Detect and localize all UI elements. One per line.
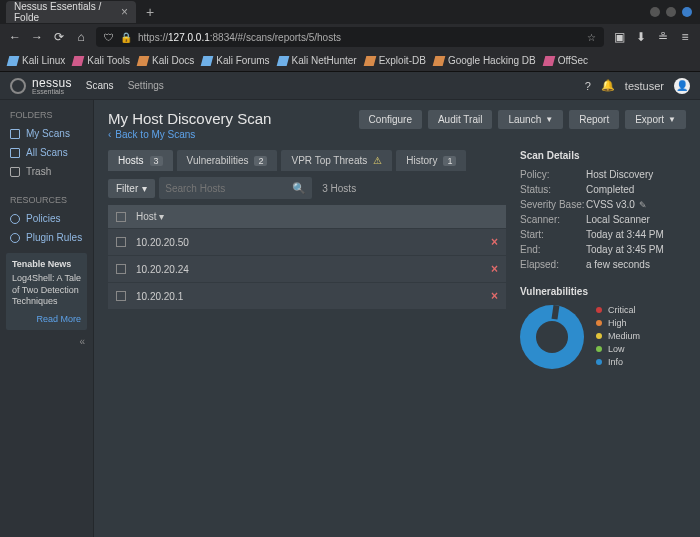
lock-icon: 🔒 (120, 32, 132, 43)
badge: 2 (254, 156, 267, 166)
row-checkbox[interactable] (116, 237, 126, 247)
legend-swatch (596, 359, 602, 365)
new-tab-icon[interactable]: + (146, 4, 154, 20)
news-read-more[interactable]: Read More (12, 314, 81, 324)
bookmark-item[interactable]: Kali Linux (8, 55, 65, 66)
bookmark-item[interactable]: Google Hacking DB (434, 55, 536, 66)
bookmark-icon (276, 56, 289, 66)
star-icon[interactable]: ☆ (587, 32, 596, 43)
tab-hosts[interactable]: Hosts3 (108, 150, 173, 171)
folder-icon (10, 129, 20, 139)
bell-icon[interactable]: 🔔 (601, 79, 615, 92)
search-box[interactable]: 🔍 (159, 177, 312, 199)
page-title: My Host Discovery Scan (108, 110, 271, 127)
row-checkbox[interactable] (116, 291, 126, 301)
audit-trail-button[interactable]: Audit Trail (428, 110, 492, 129)
sidebar-item-trash[interactable]: Trash (0, 162, 93, 181)
bookmark-item[interactable]: Kali Docs (138, 55, 194, 66)
avatar-icon[interactable]: 👤 (674, 78, 690, 94)
bookmark-item[interactable]: OffSec (544, 55, 588, 66)
bookmark-item[interactable]: Kali Tools (73, 55, 130, 66)
folder-icon (10, 148, 20, 158)
tab-title: Nessus Essentials / Folde (14, 1, 115, 23)
maximize-icon[interactable] (666, 7, 676, 17)
search-icon[interactable]: 🔍 (292, 182, 306, 195)
sidebar-collapse[interactable]: « (0, 336, 93, 351)
table-row[interactable]: 10.20.20.50× (108, 229, 506, 256)
back-link[interactable]: ‹Back to My Scans (108, 129, 271, 140)
bookmark-icon (7, 56, 20, 66)
edit-icon[interactable]: ✎ (639, 200, 647, 210)
chevron-left-icon: ‹ (108, 129, 111, 140)
plugin-icon (10, 233, 20, 243)
chevron-down-icon: ▼ (668, 115, 676, 124)
close-window-icon[interactable] (682, 7, 692, 17)
sidebar-item-plugin-rules[interactable]: Plugin Rules (0, 228, 93, 247)
scan-details-heading: Scan Details (520, 150, 686, 161)
help-icon[interactable]: ? (585, 80, 591, 92)
url-text: https://127.0.0.1:8834/#/scans/reports/5… (138, 32, 581, 43)
hosts-table: Host ▾ 10.20.20.50×10.20.20.24×10.20.20.… (108, 205, 506, 310)
bookmark-icon (72, 56, 85, 66)
home-icon[interactable]: ⌂ (74, 30, 88, 44)
user-name[interactable]: testuser (625, 80, 664, 92)
delete-icon[interactable]: × (491, 235, 498, 249)
sidebar-heading-resources: RESOURCES (0, 191, 93, 209)
report-button[interactable]: Report (569, 110, 619, 129)
table-row[interactable]: 10.20.20.24× (108, 256, 506, 283)
downloads-icon[interactable]: ⬇ (634, 30, 648, 44)
sidebar-heading-folders: FOLDERS (0, 106, 93, 124)
tab-vpr-top-threats[interactable]: VPR Top Threats⚠ (281, 150, 392, 171)
bookmark-item[interactable]: Kali Forums (202, 55, 269, 66)
bookmarks-bar: Kali LinuxKali ToolsKali DocsKali Forums… (0, 50, 700, 72)
close-icon[interactable]: × (121, 5, 128, 19)
menu-icon[interactable]: ≡ (678, 30, 692, 44)
reload-icon[interactable]: ⟳ (52, 30, 66, 44)
table-header: Host ▾ (108, 205, 506, 229)
browser-tab[interactable]: Nessus Essentials / Folde × (6, 1, 136, 23)
legend-item: Low (596, 344, 640, 354)
configure-button[interactable]: Configure (359, 110, 422, 129)
legend-item: Medium (596, 331, 640, 341)
search-input[interactable] (165, 183, 292, 194)
shield-icon: 🛡 (104, 32, 114, 43)
bookmark-icon (137, 56, 150, 66)
nav-settings[interactable]: Settings (128, 80, 164, 91)
forward-icon[interactable]: → (30, 30, 44, 44)
export-button[interactable]: Export▼ (625, 110, 686, 129)
legend-item: Critical (596, 305, 640, 315)
bookmark-item[interactable]: Kali NetHunter (278, 55, 357, 66)
launch-button[interactable]: Launch▼ (498, 110, 563, 129)
tab-history[interactable]: History1 (396, 150, 466, 171)
select-all-checkbox[interactable] (116, 212, 126, 222)
back-icon[interactable]: ← (8, 30, 22, 44)
brand-logo[interactable]: nessus Essentials (10, 77, 72, 95)
column-host[interactable]: Host ▾ (136, 211, 498, 222)
delete-icon[interactable]: × (491, 262, 498, 276)
filter-button[interactable]: Filter▾ (108, 179, 155, 198)
app-header: nessus Essentials Scans Settings ? 🔔 tes… (0, 72, 700, 100)
account-icon[interactable]: ≗ (656, 30, 670, 44)
bookmark-icon (201, 56, 214, 66)
sidebar-item-all-scans[interactable]: All Scans (0, 143, 93, 162)
row-checkbox[interactable] (116, 264, 126, 274)
tab-vulnerabilities[interactable]: Vulnerabilities2 (177, 150, 278, 171)
legend-swatch (596, 320, 602, 326)
sidebar-item-my-scans[interactable]: My Scans (0, 124, 93, 143)
warning-icon: ⚠ (373, 155, 382, 166)
host-value: 10.20.20.24 (136, 264, 491, 275)
nav-scans[interactable]: Scans (86, 80, 114, 91)
sidebar-item-policies[interactable]: Policies (0, 209, 93, 228)
table-row[interactable]: 10.20.20.1× (108, 283, 506, 310)
main-content: My Host Discovery Scan ‹Back to My Scans… (94, 100, 700, 537)
address-bar[interactable]: 🛡 🔒 https://127.0.0.1:8834/#/scans/repor… (96, 27, 604, 47)
legend-swatch (596, 307, 602, 313)
extensions-icon[interactable]: ▣ (612, 30, 626, 44)
bookmark-item[interactable]: Exploit-DB (365, 55, 426, 66)
delete-icon[interactable]: × (491, 289, 498, 303)
minimize-icon[interactable] (650, 7, 660, 17)
window-controls (650, 7, 700, 17)
trash-icon (10, 167, 20, 177)
bookmark-icon (542, 56, 555, 66)
bookmark-icon (433, 56, 446, 66)
